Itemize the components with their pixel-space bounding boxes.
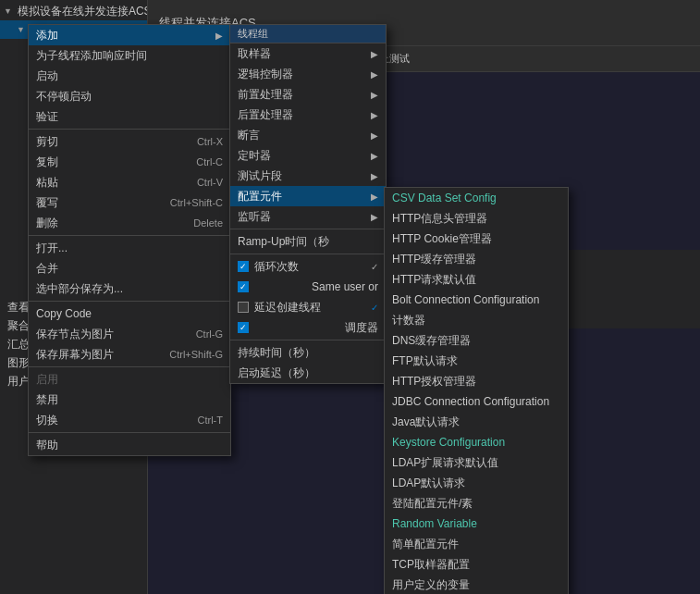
ctx2-rampup[interactable]: Ramp-Up时间（秒 — [230, 231, 386, 252]
ctx-enable: 启用 — [29, 369, 230, 390]
ctx2-post-processor[interactable]: 后置处理器 ▶ — [230, 105, 386, 125]
ctx3-random-var[interactable]: Random Variable — [385, 514, 568, 534]
ctx2-duration-label: 持续时间（秒） — [238, 345, 315, 361]
ctx2-loop-checkbox[interactable]: ✓ — [238, 261, 249, 272]
ctx-open[interactable]: 打开... — [29, 238, 230, 258]
ctx-save-node-img[interactable]: 保存节点为图片 Ctrl-G — [29, 324, 230, 344]
ctx2-start-delay[interactable]: 启动延迟（秒） — [230, 363, 386, 383]
ctx3-http-cache[interactable]: HTTP缓存管理器 — [385, 249, 568, 269]
ctx-cut[interactable]: 剪切 Ctrl-X — [29, 131, 230, 152]
ctx2-pre-processor[interactable]: 前置处理器 ▶ — [230, 84, 386, 105]
ctx3-ldap-label: LDAP默认请求 — [392, 476, 465, 491]
ctx3-bolt[interactable]: Bolt Connection Configuration — [385, 290, 568, 310]
tree-item-0[interactable]: ▼ 模拟设备在线并发连接ACS — [0, 2, 147, 20]
ctx-add-label: 添加 — [36, 28, 58, 43]
sep-m2c — [230, 340, 386, 340]
ctx2-scheduler-label: 调度器 — [345, 320, 378, 336]
menu2-header: 线程组 — [230, 25, 386, 43]
ctx-disable[interactable]: 禁用 — [29, 390, 230, 410]
ctx3-http-header[interactable]: HTTP信息头管理器 — [385, 208, 568, 229]
ctx-merge[interactable]: 合并 — [29, 258, 230, 278]
ctx-toggle[interactable]: 切换 Ctrl-T — [29, 410, 230, 430]
ctx-toggle-shortcut: Ctrl-T — [198, 415, 224, 426]
ctx3-csv[interactable]: CSV Data Set Config — [385, 188, 568, 208]
ctx2-listener-arrow: ▶ — [371, 212, 378, 222]
ctx3-tcp-sampler-config-label: TCP取样器配置 — [392, 557, 470, 573]
ctx-enable-label: 启用 — [36, 372, 58, 388]
ctx3-user-defined-vars-label: 用户定义的变量 — [392, 577, 470, 593]
ctx2-assertion[interactable]: 断言 ▶ — [230, 125, 386, 145]
ctx-copy-label: 复制 — [36, 155, 58, 170]
ctx2-delay-checkbox[interactable] — [238, 302, 249, 313]
ctx2-timer-label: 定时器 — [238, 148, 271, 164]
ctx-help[interactable]: 帮助 — [29, 435, 230, 455]
ctx3-ftp[interactable]: FTP默认请求 — [385, 351, 568, 371]
ctx-overwrite[interactable]: 覆写 Ctrl+Shift-C — [29, 192, 230, 213]
ctx-overwrite-shortcut: Ctrl+Shift-C — [170, 197, 223, 208]
ctx-paste[interactable]: 粘贴 Ctrl-V — [29, 172, 230, 192]
ctx3-counter[interactable]: 计数器 — [385, 310, 568, 330]
ctx-validate[interactable]: 验证 — [29, 106, 230, 127]
ctx-save-node-img-label: 保存节点为图片 — [36, 327, 114, 342]
ctx-merge-label: 合并 — [36, 261, 58, 277]
ctx-add-response-time[interactable]: 为子线程添加响应时间 — [29, 45, 230, 66]
tree-arrow-0: ▼ — [4, 6, 12, 16]
ctx2-duration[interactable]: 持续时间（秒） — [230, 342, 386, 363]
ctx3-http-header-label: HTTP信息头管理器 — [392, 211, 487, 227]
ctx2-same-user-row: ✓ Same user or — [230, 277, 386, 297]
ctx2-test-fragment[interactable]: 测试片段 ▶ — [230, 166, 386, 186]
ctx2-same-user-checkbox[interactable]: ✓ — [238, 281, 249, 292]
ctx3-login[interactable]: 登陆配置元件/素 — [385, 493, 568, 514]
context-menu-2: 线程组 取样器 ▶ 逻辑控制器 ▶ 前置处理器 ▶ 后置处理器 ▶ 断言 ▶ 定… — [229, 24, 387, 384]
ctx2-test-fragment-label: 测试片段 — [238, 168, 282, 184]
ctx3-ldap-ext[interactable]: LDAP扩展请求默认值 — [385, 452, 568, 473]
ctx3-keystore[interactable]: Keystore Configuration — [385, 432, 568, 452]
ctx3-dns[interactable]: DNS缓存管理器 — [385, 330, 568, 351]
ctx2-assertion-label: 断言 — [238, 128, 260, 143]
ctx-open-label: 打开... — [36, 241, 68, 256]
ctx3-user-defined-vars[interactable]: 用户定义的变量 — [385, 575, 568, 594]
ctx3-ldap[interactable]: LDAP默认请求 — [385, 473, 568, 493]
ctx2-post-processor-label: 后置处理器 — [238, 107, 293, 123]
ctx3-java-defaults[interactable]: Java默认请求 — [385, 412, 568, 432]
ctx3-tcp-sampler-config[interactable]: TCP取样器配置 — [385, 554, 568, 575]
ctx-delete[interactable]: 删除 Delete — [29, 213, 230, 233]
ctx-save-screen-img[interactable]: 保存屏幕为图片 Ctrl+Shift-G — [29, 344, 230, 365]
ctx-add[interactable]: 添加 ▶ — [29, 25, 230, 45]
ctx-save-selected[interactable]: 选中部分保存为... — [29, 278, 230, 299]
ctx-toggle-label: 切换 — [36, 413, 58, 428]
ctx3-ldap-ext-label: LDAP扩展请求默认值 — [392, 455, 498, 471]
ctx2-post-processor-arrow: ▶ — [371, 110, 378, 120]
ctx-copy[interactable]: 复制 Ctrl-C — [29, 152, 230, 172]
menu2-header-label: 线程组 — [238, 28, 268, 39]
ctx2-sampler[interactable]: 取样器 ▶ — [230, 43, 386, 64]
ctx3-keystore-label: Keystore Configuration — [392, 436, 505, 449]
ctx-start-label: 启动 — [36, 68, 58, 84]
ctx-overwrite-label: 覆写 — [36, 195, 58, 211]
ctx3-http-auth[interactable]: HTTP授权管理器 — [385, 371, 568, 391]
ctx2-pre-processor-arrow: ▶ — [371, 90, 378, 100]
ctx2-delay-check-icon: ✓ — [371, 303, 378, 313]
ctx3-simple-config-label: 简单配置元件 — [392, 537, 459, 552]
ctx3-http-defaults[interactable]: HTTP请求默认值 — [385, 269, 568, 290]
ctx2-logic-ctrl[interactable]: 逻辑控制器 ▶ — [230, 64, 386, 84]
ctx3-http-cookie[interactable]: HTTP Cookie管理器 — [385, 229, 568, 249]
ctx3-jdbc[interactable]: JDBC Connection Configuration — [385, 391, 568, 412]
ctx-copy-code[interactable]: Copy Code — [29, 303, 230, 324]
ctx2-config-element[interactable]: 配置元件 ▶ — [230, 186, 386, 206]
ctx-start[interactable]: 启动 — [29, 66, 230, 86]
ctx2-scheduler-checkbox[interactable]: ✓ — [238, 322, 249, 333]
ctx3-login-label: 登陆配置元件/素 — [392, 496, 473, 512]
ctx-cut-label: 剪切 — [36, 134, 58, 150]
ctx3-dns-label: DNS缓存管理器 — [392, 333, 471, 349]
ctx3-http-cache-label: HTTP缓存管理器 — [392, 252, 476, 267]
ctx2-assertion-arrow: ▶ — [371, 130, 378, 141]
ctx3-simple-config[interactable]: 简单配置元件 — [385, 534, 568, 554]
ctx2-pre-processor-label: 前置处理器 — [238, 87, 293, 103]
tree-label-0: 模拟设备在线并发连接ACS — [18, 4, 148, 19]
ctx-save-selected-label: 选中部分保存为... — [36, 281, 123, 297]
ctx3-ftp-label: FTP默认请求 — [392, 353, 458, 369]
ctx-start-no-pause[interactable]: 不停顿启动 — [29, 86, 230, 106]
ctx2-timer[interactable]: 定时器 ▶ — [230, 145, 386, 166]
ctx2-listener[interactable]: 监听器 ▶ — [230, 206, 386, 227]
